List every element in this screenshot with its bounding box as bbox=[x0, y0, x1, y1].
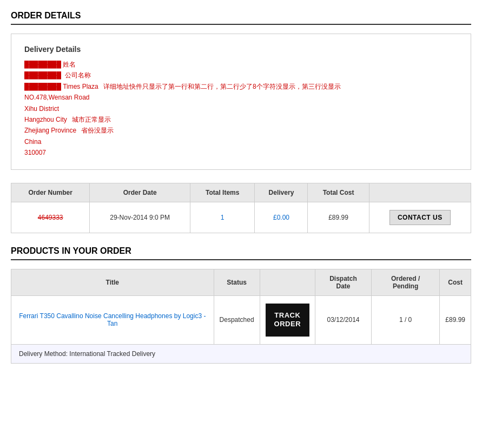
col-delivery: Delivery bbox=[255, 183, 308, 202]
products-title: PRODUCTS IN YOUR ORDER bbox=[11, 246, 471, 260]
products-table: Title Status Dispatch Date Ordered / Pen… bbox=[11, 269, 471, 364]
postcode-line: 310007 bbox=[24, 147, 341, 158]
delivery-method-cell: Delivery Method: International Tracked D… bbox=[11, 345, 471, 364]
name-line: ████████ 姓名 bbox=[24, 59, 341, 70]
col-actions bbox=[369, 183, 471, 202]
address1-line: ████████ Times Plaza 详细地址快件只显示了第一行和第二行，第… bbox=[24, 81, 341, 92]
total-items-cell: 1 bbox=[190, 202, 255, 233]
col-total-items: Total Items bbox=[190, 183, 255, 202]
total-cost-cell: £89.99 bbox=[308, 202, 369, 233]
district-line: Xihu District bbox=[24, 103, 341, 114]
order-summary-table: Order Number Order Date Total Items Deli… bbox=[11, 183, 471, 233]
product-status-cell: Despatched bbox=[214, 295, 260, 345]
order-details-title: ORDER DETAILS bbox=[11, 11, 471, 25]
products-section: PRODUCTS IN YOUR ORDER Title Status Disp… bbox=[11, 246, 471, 364]
company-line: ████████ 公司名称 bbox=[24, 70, 341, 81]
product-title-cell: Ferrari T350 Cavallino Noise Cancelling … bbox=[11, 295, 214, 345]
order-row: 4649333 29-Nov-2014 9:0 PM 1 £0.00 £89.9… bbox=[11, 202, 471, 233]
col-order-date: Order Date bbox=[90, 183, 190, 202]
order-number-cell: 4649333 bbox=[11, 202, 90, 233]
order-details-section: ORDER DETAILS Delivery Details ████████ … bbox=[11, 11, 471, 233]
address-annotation: 详细地址快件只显示了第一行和第二行，第二行少了8个字符没显示，第三行没显示 bbox=[103, 83, 341, 90]
address-block: ████████ 姓名 ████████ 公司名称 ████████ Times… bbox=[24, 59, 341, 159]
product-row: Ferrari T350 Cavallino Noise Cancelling … bbox=[11, 295, 471, 345]
track-order-cell[interactable]: TRACK ORDER bbox=[260, 295, 315, 345]
track-order-button[interactable]: TRACK ORDER bbox=[266, 304, 309, 337]
col-title: Title bbox=[11, 269, 214, 295]
col-order-number: Order Number bbox=[11, 183, 90, 202]
address2-line: NO.478,Wensan Road bbox=[24, 92, 341, 103]
delivery-method-row: Delivery Method: International Tracked D… bbox=[11, 345, 471, 364]
province-line: Zhejiang Province 省份没显示 bbox=[24, 125, 341, 136]
name-annotation: 姓名 bbox=[63, 61, 76, 68]
delivery-details-box: Delivery Details ████████ 姓名 ████████ 公司… bbox=[11, 34, 471, 170]
cost-cell: £89.99 bbox=[440, 295, 471, 345]
contact-us-cell[interactable]: CONTACT US bbox=[369, 202, 471, 233]
delivery-details-heading: Delivery Details bbox=[24, 45, 458, 54]
ordered-pending-cell: 1 / 0 bbox=[371, 295, 439, 345]
contact-us-button[interactable]: CONTACT US bbox=[389, 210, 451, 225]
col-status: Status bbox=[214, 269, 260, 295]
col-total-cost: Total Cost bbox=[308, 183, 369, 202]
country-line: China bbox=[24, 136, 341, 147]
city-line: Hangzhou City 城市正常显示 bbox=[24, 114, 341, 125]
product-title-link[interactable]: Ferrari T350 Cavallino Noise Cancelling … bbox=[19, 312, 206, 327]
col-dispatch-date: Dispatch Date bbox=[315, 269, 372, 295]
dispatch-date-cell: 03/12/2014 bbox=[315, 295, 372, 345]
col-ordered-pending: Ordered / Pending bbox=[371, 269, 439, 295]
col-track bbox=[260, 269, 315, 295]
col-cost: Cost bbox=[440, 269, 471, 295]
province-annotation: 省份没显示 bbox=[81, 127, 114, 134]
delivery-cell: £0.00 bbox=[255, 202, 308, 233]
order-date-cell: 29-Nov-2014 9:0 PM bbox=[90, 202, 190, 233]
company-annotation: 公司名称 bbox=[65, 71, 91, 79]
city-annotation: 城市正常显示 bbox=[72, 116, 111, 123]
